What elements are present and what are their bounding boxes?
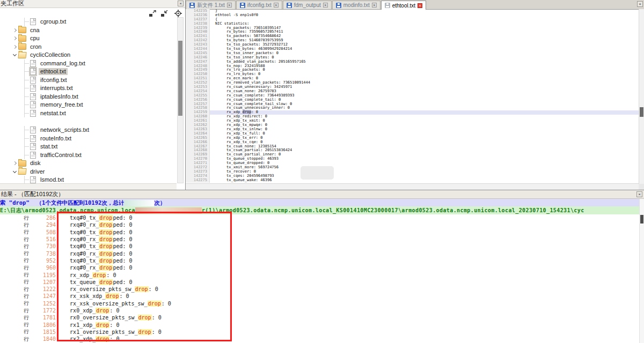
tree-item-trafficControl.txt[interactable]: trafficControl.txt — [0, 151, 177, 160]
tab-close-icon[interactable]: × — [227, 3, 232, 8]
collapse-all-icon[interactable] — [160, 10, 168, 17]
tree-item-disk[interactable]: disk — [0, 159, 177, 168]
tree-item-routeInfo.txt[interactable]: routeInfo.txt — [0, 135, 177, 143]
result-row[interactable]: 行286: txq#0_tx_dropped: 0 — [0, 214, 639, 221]
saved-floppy-icon — [336, 3, 341, 8]
tree-item-ifconfig.txt[interactable]: ifconfig.txt — [0, 76, 177, 85]
result-row[interactable]: 行1195: rx_xdp_drop: 0 — [0, 271, 639, 278]
row-colon: : — [56, 286, 59, 292]
line-text: rx_xdp_tx_full: 0 — [210, 132, 639, 136]
result-row[interactable]: 行960: rxq#0_rx_dropped: 0 — [0, 264, 639, 271]
expand-all-icon[interactable] — [149, 10, 156, 17]
tree-item-cgroup.txt[interactable]: cgroup.txt — [0, 18, 177, 26]
result-row[interactable]: 行294: rxq#0_rx_dropped: 0 — [0, 221, 639, 228]
editor-line: 142237{ — [186, 18, 639, 22]
chevron-right-icon[interactable] — [12, 46, 18, 48]
tree-vertical-scrollbar[interactable] — [177, 17, 184, 183]
tree-item-cyclicCollection[interactable]: cyclicCollection — [0, 51, 177, 59]
tree-item-driver[interactable]: driver — [0, 168, 177, 176]
tree-item-label: ifconfig.txt — [39, 77, 69, 84]
result-row[interactable]: 行1772: rx0_xdp_drop: 0 — [0, 307, 639, 314]
smart-highlight-match: drop — [243, 110, 252, 114]
tab-ifconfig.txt[interactable]: ifconfig.txt× — [236, 1, 282, 9]
tab-fdm_output[interactable]: fdm_output× — [283, 1, 332, 9]
row-line-label: 行 — [24, 271, 32, 279]
editor-close-icon[interactable]: × — [637, 1, 643, 7]
chevron-right-icon[interactable] — [12, 29, 18, 32]
tree-item-interrupts.txt[interactable]: interrupts.txt — [0, 84, 177, 93]
editor-text[interactable]: 142235}142236ethtool -S enp1s0f0142237{1… — [186, 9, 639, 184]
tab-ethtool.txt[interactable]: ethtool.txt× — [381, 1, 426, 10]
file-icon — [30, 143, 36, 150]
row-line-number: 1772 — [32, 308, 56, 314]
row-line-label: 行 — [24, 236, 32, 243]
tab-close-icon[interactable]: × — [418, 3, 422, 8]
chevron-down-icon[interactable] — [12, 171, 18, 173]
result-row[interactable]: 行952: txq#0_tx_dropped: 0 — [0, 257, 639, 264]
result-row[interactable]: 行1247: rx_xsk_xdp_drop: 0 — [0, 293, 639, 300]
editor-area: 新文件 1.txt×ifconfig.txt×fdm_output×modinf… — [186, 0, 644, 190]
search-results-panel: 结果 - （匹配10192次） × 索 "drop" （1个文件中匹配到1019… — [0, 190, 644, 343]
locate-file-icon[interactable] — [174, 10, 182, 17]
line-text: tx_xmit_more: 569724756 — [210, 166, 639, 170]
tree-item-iptablesInfo.txt[interactable]: iptablesInfo.txt — [0, 93, 177, 101]
tree-item-label: command_log.txt — [39, 60, 87, 67]
results-close-icon[interactable]: × — [636, 191, 642, 197]
tab-bar: 新文件 1.txt×ifconfig.txt×fdm_output×modinf… — [186, 0, 644, 10]
tree-horizontal-scrollbar[interactable] — [0, 183, 177, 190]
tab-modinfo.txt[interactable]: modinfo.txt× — [332, 1, 380, 9]
tree-item-stat.txt[interactable]: stat.txt — [0, 143, 177, 151]
result-row[interactable]: 行1252: rx_xsk_oversize_pkts_sw_drop: 0 — [0, 300, 639, 307]
row-colon: : — [56, 229, 59, 235]
editor-vertical-scrollbar[interactable] — [639, 9, 644, 184]
editor-horizontal-scrollbar[interactable] — [186, 183, 639, 190]
result-row[interactable]: 行730: txq#0_tx_dropped: 0 — [0, 243, 639, 250]
results-header: 结果 - （匹配10192次） × — [0, 190, 644, 199]
tree-item-ethtool.txt[interactable]: ethtool.txt — [0, 68, 177, 76]
row-line-label: 行 — [24, 300, 32, 307]
chevron-right-icon[interactable] — [12, 162, 18, 165]
result-file-path[interactable]: E:\日志\armod0523.odata.ncmp.unicom.locar(… — [0, 206, 644, 214]
chevron-right-icon[interactable] — [12, 37, 18, 40]
workspace-close-icon[interactable]: × — [178, 1, 184, 6]
search-match-highlight: drop — [99, 243, 113, 249]
tab-close-icon[interactable]: × — [274, 3, 279, 8]
editor-redaction-blob — [301, 166, 334, 180]
tree-item-command_log.txt[interactable]: command_log.txt — [0, 59, 177, 68]
tree-item-netstat.txt[interactable]: netstat.txt — [0, 109, 177, 118]
result-row[interactable]: 行1815: rx1_oversize_pkts_sw_drop: 0 — [0, 329, 639, 335]
workspace-toolbar — [0, 8, 185, 18]
chevron-down-icon[interactable] — [12, 54, 18, 56]
tree-item-label: cgroup.txt — [39, 18, 68, 25]
search-match-highlight: drop — [99, 222, 113, 228]
tree-item-label: ethtool.txt — [39, 68, 68, 75]
result-row[interactable]: 行1781: rx0_oversize_pkts_sw_drop: 0 — [0, 314, 639, 321]
tree-item-network_scripts.txt[interactable]: network_scripts.txt — [0, 126, 177, 135]
result-row[interactable]: 行508: txq#0_tx_dropped: 0 — [0, 229, 639, 236]
tree-item-cron[interactable]: cron — [0, 43, 177, 51]
line-text: tx_queue_stopped: 46393 — [210, 157, 639, 161]
tree-scrollbar-thumb[interactable] — [178, 41, 182, 116]
tree-item-cpu[interactable]: cpu — [0, 34, 177, 43]
tree-guide-line — [24, 68, 30, 76]
results-vertical-scrollbar[interactable] — [639, 199, 644, 343]
row-line-number: 1207 — [32, 279, 56, 285]
file-icon — [30, 152, 36, 159]
editor-scrollbar-thumb[interactable] — [640, 107, 643, 117]
line-text: ethtool -S enp1s0f0 — [210, 13, 639, 18]
result-row[interactable]: 行1222: rx_oversize_pkts_sw_drop: 0 — [0, 286, 639, 293]
row-colon: : — [56, 215, 59, 221]
tree-item-lsmod.txt[interactable]: lsmod.txt — [0, 176, 177, 183]
tab-close-icon[interactable]: × — [372, 3, 377, 8]
tab-close-icon[interactable]: × — [323, 3, 328, 8]
line-text: tx_cqes: 204596498793 — [210, 174, 639, 178]
tree-item-memory_free.txt[interactable]: memory_free.txt — [0, 101, 177, 109]
results-scrollbar-thumb[interactable] — [640, 215, 643, 223]
result-row[interactable]: 行1207: tx_queue_dropped: 0 — [0, 279, 639, 286]
result-row[interactable]: 行516: rxq#0_rx_dropped: 0 — [0, 236, 639, 243]
tab-新文件-1.txt[interactable]: 新文件 1.txt× — [186, 1, 236, 9]
tree-item-cna[interactable]: cna — [0, 26, 177, 35]
result-row[interactable]: 行1806: rx1_xdp_drop: 0 — [0, 321, 639, 328]
result-row[interactable]: 行1840: rx2_xdp_drop: 0 — [0, 335, 639, 342]
result-row[interactable]: 行738: rxq#0_rx_dropped: 0 — [0, 250, 639, 257]
